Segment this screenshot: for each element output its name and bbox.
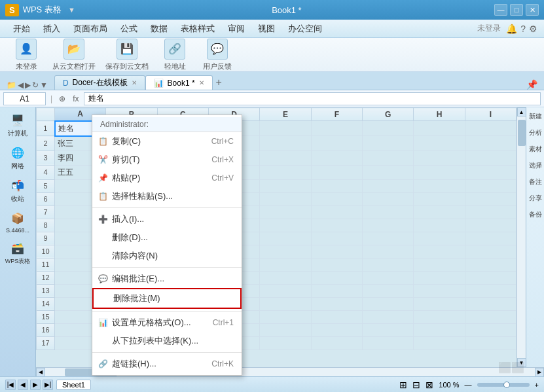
cell-E9[interactable]: [260, 232, 311, 245]
row-header-16[interactable]: 16: [37, 323, 55, 336]
cell-E8[interactable]: [260, 219, 311, 232]
maximize-button[interactable]: □: [510, 4, 523, 16]
row-header-6[interactable]: 6: [37, 192, 55, 205]
menu-delete[interactable]: 删除(D)...: [92, 228, 242, 247]
cell-I5[interactable]: [465, 179, 516, 192]
cell-F4[interactable]: [311, 165, 362, 179]
scroll-left-button[interactable]: ◀: [36, 368, 45, 377]
cell-G14[interactable]: [362, 297, 413, 310]
cell-H16[interactable]: [414, 323, 465, 336]
cell-F7[interactable]: [311, 205, 362, 219]
cell-F10[interactable]: [311, 245, 362, 258]
cell-G4[interactable]: [362, 165, 413, 179]
row-header-2[interactable]: 2: [37, 136, 55, 151]
menu-edit-comment[interactable]: 💬 编辑批注(E)...: [92, 270, 242, 288]
cell-E2[interactable]: [260, 136, 311, 151]
menu-pick-list[interactable]: 从下拉列表中选择(K)...: [92, 332, 242, 350]
menu-copy[interactable]: 📋 复制(C) Ctrl+C: [92, 132, 242, 151]
cell-G11[interactable]: [362, 258, 413, 271]
cell-H2[interactable]: [414, 136, 465, 151]
row-header-17[interactable]: 17: [37, 336, 55, 349]
tab-add-button[interactable]: +: [213, 75, 225, 90]
cell-H3[interactable]: [414, 151, 465, 165]
cell-F12[interactable]: [311, 271, 362, 284]
menu-cut[interactable]: ✂️ 剪切(T) Ctrl+X: [92, 151, 242, 169]
close-button[interactable]: ✕: [526, 4, 539, 16]
cell-E6[interactable]: [260, 192, 311, 205]
tab-pin-icon[interactable]: 📌: [526, 79, 537, 90]
cell-F3[interactable]: [311, 151, 362, 165]
cell-I11[interactable]: [465, 258, 516, 271]
menu-paste-special[interactable]: 📋 选择性粘贴(S)...: [92, 187, 242, 205]
row-header-15[interactable]: 15: [37, 310, 55, 323]
col-header-E[interactable]: E: [260, 108, 311, 121]
cell-E13[interactable]: [260, 284, 311, 297]
menu-page-layout[interactable]: 页面布局: [67, 20, 114, 37]
tab-book1-close[interactable]: ✕: [199, 79, 204, 86]
cell-E17[interactable]: [260, 336, 311, 349]
col-header-I[interactable]: I: [465, 108, 516, 121]
row-header-13[interactable]: 13: [37, 284, 55, 297]
cell-I13[interactable]: [465, 284, 516, 297]
cell-I9[interactable]: [465, 232, 516, 245]
window-controls[interactable]: — □ ✕: [494, 4, 539, 16]
toolbar-login[interactable]: 👤 未登录: [10, 39, 43, 71]
sidebar-share[interactable]: 分享: [527, 190, 544, 206]
cell-E4[interactable]: [260, 165, 311, 179]
cell-G13[interactable]: [362, 284, 413, 297]
cell-F17[interactable]: [311, 336, 362, 349]
cell-E1[interactable]: [260, 121, 311, 136]
cell-I7[interactable]: [465, 205, 516, 219]
sidebar-new[interactable]: 新建: [527, 109, 544, 124]
cell-H7[interactable]: [414, 205, 465, 219]
sheet-first-button[interactable]: |◀: [5, 380, 16, 390]
tab-docer[interactable]: D Docer-在线模板 ✕: [54, 75, 145, 90]
view-icon-break[interactable]: ⊠: [426, 380, 433, 390]
menu-office-space[interactable]: 办公空间: [281, 20, 329, 37]
sheet-nav[interactable]: |◀ ◀ ▶ ▶|: [5, 380, 53, 390]
sidebar-item-inbox[interactable]: 📬 收站: [2, 175, 33, 206]
cell-E11[interactable]: [260, 258, 311, 271]
menu-insert[interactable]: 插入: [37, 20, 67, 37]
cell-F9[interactable]: [311, 232, 362, 245]
toolbar-light-address[interactable]: 🔗 轻地址: [158, 39, 191, 71]
scroll-track[interactable]: [517, 116, 526, 358]
view-icon-page[interactable]: ⊟: [412, 380, 420, 390]
cell-E3[interactable]: [260, 151, 311, 165]
cell-E14[interactable]: [260, 297, 311, 310]
cell-F1[interactable]: [311, 121, 362, 136]
cell-H13[interactable]: [414, 284, 465, 297]
cell-E10[interactable]: [260, 245, 311, 258]
cell-G6[interactable]: [362, 192, 413, 205]
row-header-12[interactable]: 12: [37, 271, 55, 284]
menu-format-cells[interactable]: 📊 设置单元格格式(O)... Ctrl+1: [92, 313, 242, 332]
toolbar-open-cloud[interactable]: 📂 从云文档打开: [52, 39, 96, 71]
menu-start[interactable]: 开始: [7, 20, 37, 37]
cell-G5[interactable]: [362, 179, 413, 192]
cell-H17[interactable]: [414, 336, 465, 349]
cell-H12[interactable]: [414, 271, 465, 284]
cell-I6[interactable]: [465, 192, 516, 205]
cell-F13[interactable]: [311, 284, 362, 297]
scroll-up-button[interactable]: ▲: [517, 107, 526, 116]
cell-E5[interactable]: [260, 179, 311, 192]
menu-hyperlink[interactable]: 🔗 超链接(H)... Ctrl+K: [92, 355, 242, 373]
menu-formula[interactable]: 公式: [114, 20, 144, 37]
tab-back-icon[interactable]: ◀: [18, 80, 24, 90]
toolbar-feedback[interactable]: 💬 用户反馈: [201, 39, 234, 71]
cell-F6[interactable]: [311, 192, 362, 205]
cell-H8[interactable]: [414, 219, 465, 232]
tab-docer-close[interactable]: ✕: [132, 79, 137, 86]
cell-I1[interactable]: [465, 121, 516, 136]
cell-G15[interactable]: [362, 310, 413, 323]
tab-nav-icon[interactable]: 📁: [7, 80, 16, 90]
tab-book1[interactable]: 📊 Book1 * ✕: [145, 75, 213, 90]
row-header-14[interactable]: 14: [37, 297, 55, 310]
scroll-right-button[interactable]: ▶: [535, 368, 544, 377]
cell-H6[interactable]: [414, 192, 465, 205]
cell-H1[interactable]: [414, 121, 465, 136]
cell-E12[interactable]: [260, 271, 311, 284]
cell-I4[interactable]: [465, 165, 516, 179]
menu-table-style[interactable]: 表格样式: [174, 20, 221, 37]
cell-G17[interactable]: [362, 336, 413, 349]
